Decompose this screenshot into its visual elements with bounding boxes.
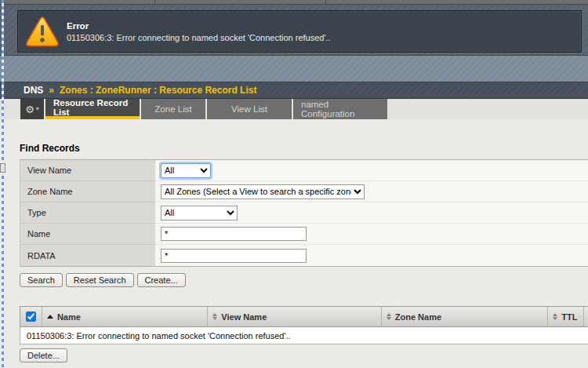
gear-icon: ⚙	[25, 104, 34, 115]
form-buttons: Search Reset Search Create...	[20, 273, 186, 287]
table-row-error-message: 01150306:3: Error connecting to named so…	[20, 327, 588, 344]
create-button[interactable]: Create...	[137, 273, 186, 287]
error-title: Error	[67, 21, 331, 31]
rdata-label: RDATA	[20, 245, 155, 266]
type-label: Type	[20, 202, 155, 224]
delete-button[interactable]: Delete...	[20, 348, 67, 363]
form-row-zone-name: Zone Name All Zones (Select a View to se…	[20, 181, 588, 202]
sort-both-icon	[553, 313, 557, 320]
splitter-handle[interactable]	[0, 163, 5, 173]
menu-separator	[154, 0, 155, 4]
error-banner: Error 01150306:3: Error connecting to na…	[17, 10, 582, 53]
column-header-name[interactable]: Name	[42, 307, 208, 326]
breadcrumb: DNS » Zones : ZoneRunner : Resource Reco…	[0, 82, 588, 99]
type-select[interactable]: All	[161, 206, 238, 220]
find-records-title: Find Records	[20, 143, 80, 154]
view-name-label: View Name	[20, 160, 155, 181]
form-row-name: Name	[20, 224, 588, 245]
sort-both-icon	[212, 313, 217, 320]
tab-resource-record-list[interactable]: Resource Record List	[45, 99, 140, 119]
options-gear-button[interactable]: ⚙ ▾	[20, 99, 44, 119]
tab-bar: ⚙ ▾ Resource Record List Zone List View …	[0, 99, 588, 119]
column-header-zone-name[interactable]: Zone Name	[382, 307, 548, 326]
error-message: 01150306:3: Error connecting to named so…	[67, 33, 331, 42]
tab-named-configuration[interactable]: named Configuration	[293, 99, 387, 119]
zone-name-label: Zone Name	[20, 181, 155, 202]
reset-search-button[interactable]: Reset Search	[66, 273, 134, 287]
chevron-down-icon: ▾	[36, 106, 39, 112]
tab-zone-list[interactable]: Zone List	[141, 99, 205, 119]
name-input[interactable]	[161, 227, 307, 241]
table-actions: Delete...	[20, 348, 67, 363]
search-button[interactable]: Search	[20, 273, 63, 287]
name-label: Name	[20, 224, 155, 245]
menu-separator	[325, 0, 326, 4]
form-row-rdata: RDATA	[20, 245, 588, 266]
form-row-view-name: View Name All	[20, 160, 588, 181]
breadcrumb-path: Zones : ZoneRunner : Resource Record Lis…	[60, 85, 256, 96]
tab-view-list[interactable]: View List	[207, 99, 292, 119]
records-table-header: Name View Name Zone Name TTL	[20, 306, 588, 327]
view-name-select[interactable]: All	[161, 163, 211, 178]
select-all-checkbox[interactable]	[26, 312, 36, 322]
frame-splitter[interactable]	[2, 0, 4, 368]
sort-ascending-icon	[47, 315, 53, 319]
column-header-view-name[interactable]: View Name	[208, 307, 381, 326]
error-warning-icon	[18, 16, 67, 47]
rdata-input[interactable]	[161, 249, 307, 263]
breadcrumb-separator: »	[49, 85, 54, 96]
records-table: Name View Name Zone Name TTL 01150306:3:…	[20, 306, 588, 344]
column-header-cutoff	[584, 307, 588, 326]
sort-both-icon	[387, 313, 391, 320]
zone-name-select[interactable]: All Zones (Select a View to search a spe…	[161, 184, 365, 199]
form-row-type: Type All	[20, 202, 588, 224]
breadcrumb-module: DNS	[24, 85, 43, 96]
tabs: Resource Record List Zone List View List…	[45, 99, 389, 119]
header-lower-band	[0, 55, 588, 82]
find-records-form: View Name All Zone Name All Zones (Selec…	[20, 159, 588, 267]
column-header-ttl[interactable]: TTL	[548, 307, 584, 326]
